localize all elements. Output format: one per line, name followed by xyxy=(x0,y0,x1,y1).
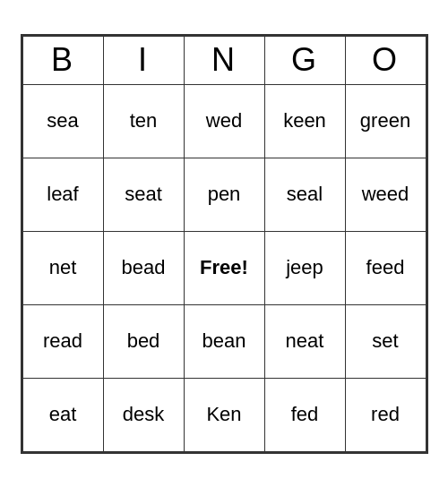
header-n: N xyxy=(184,36,264,84)
table-row: eatdeskKenfedred xyxy=(22,378,426,451)
bingo-cell: seat xyxy=(103,158,184,231)
bingo-cell: keen xyxy=(264,84,345,158)
header-b: B xyxy=(22,36,103,84)
bingo-cell: ten xyxy=(103,84,184,158)
bingo-cell: sea xyxy=(22,84,103,158)
bingo-cell: Free! xyxy=(184,231,264,304)
bingo-cell: net xyxy=(22,231,103,304)
bingo-cell: weed xyxy=(345,158,426,231)
bingo-cell: green xyxy=(345,84,426,158)
bingo-cell: leaf xyxy=(22,158,103,231)
bingo-cell: bean xyxy=(184,304,264,378)
header-g: G xyxy=(264,36,345,84)
bingo-cell: jeep xyxy=(264,231,345,304)
bingo-cell: pen xyxy=(184,158,264,231)
bingo-cell: neat xyxy=(264,304,345,378)
bingo-cell: eat xyxy=(22,378,103,451)
bingo-cell: Ken xyxy=(184,378,264,451)
header-i: I xyxy=(103,36,184,84)
bingo-cell: set xyxy=(345,304,426,378)
bingo-cell: seal xyxy=(264,158,345,231)
bingo-cell: bead xyxy=(103,231,184,304)
bingo-cell: desk xyxy=(103,378,184,451)
bingo-cell: read xyxy=(22,304,103,378)
bingo-cell: feed xyxy=(345,231,426,304)
bingo-cell: fed xyxy=(264,378,345,451)
table-row: netbeadFree!jeepfeed xyxy=(22,231,426,304)
bingo-cell: bed xyxy=(103,304,184,378)
bingo-cell: red xyxy=(345,378,426,451)
table-row: leafseatpensealweed xyxy=(22,158,426,231)
bingo-header-row: B I N G O xyxy=(22,36,426,84)
table-row: seatenwedkeengreen xyxy=(22,84,426,158)
bingo-cell: wed xyxy=(184,84,264,158)
header-o: O xyxy=(345,36,426,84)
table-row: readbedbeanneatset xyxy=(22,304,426,378)
bingo-card: B I N G O seatenwedkeengreenleafseatpens… xyxy=(21,34,428,454)
